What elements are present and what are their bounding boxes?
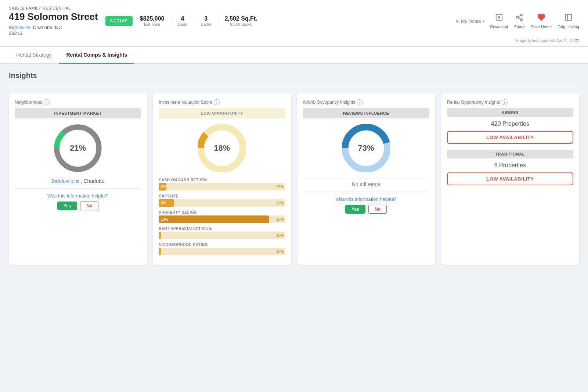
bar-fill: 13% — [159, 215, 268, 223]
last-updated: Property last updated: Apr 11, 2022 — [9, 38, 579, 43]
airbnb-yes-button[interactable]: Yes — [345, 205, 365, 214]
airbnb-percent: 73% — [358, 143, 374, 153]
airbnb-no-button[interactable]: No — [368, 205, 387, 214]
airbnb-sub-label: REVIEWS INFLUENCE — [303, 108, 429, 118]
insights-cards-grid: Neighborhood i INVESTMENT MARKET 21% Bid… — [9, 93, 579, 265]
bar-max-label: 25% — [276, 201, 284, 205]
rental-airbnb-count: 420 Properties — [447, 121, 573, 127]
city-link[interactable]: Biddleville — [9, 25, 30, 30]
download-label: Download — [490, 25, 508, 29]
rental-opportunity-info-icon[interactable]: i — [502, 99, 508, 105]
tab-bar: Rental Strategy Rental Comps & Insights — [0, 47, 588, 64]
rental-traditional-label: TRADITIONAL — [447, 150, 573, 158]
rental-opportunity-header: Rental Opportunity Insights i — [447, 99, 573, 105]
bar-label: NEIGHBORHOOD RATING — [159, 243, 285, 247]
investment-bar-item: PROPERTY DESIGN13%15% — [159, 210, 285, 223]
beds-label: Beds — [178, 22, 187, 26]
list-price-label: List price — [140, 22, 165, 26]
neighborhood-no-button[interactable]: No — [80, 202, 98, 210]
header-actions: ● My Notes ▾ Download — [455, 13, 579, 29]
chevron-down-icon: ▾ — [483, 19, 484, 23]
neighborhood-helpful-section: Was this information helpful? Yes No — [15, 188, 141, 210]
neighborhood-sub-label: INVESTMENT MARKET — [15, 108, 141, 118]
main-content: Insights Neighborhood i INVESTMENT MARKE… — [0, 64, 588, 272]
insights-title: Insights — [9, 71, 579, 80]
bar-max-label: 35% — [276, 185, 284, 189]
investment-percent: 18% — [214, 143, 230, 153]
neighborhood-donut: 21% — [54, 124, 102, 172]
sqft-per-label: $330/ Sq.Ft. — [225, 22, 257, 26]
investment-bar-item: NEIGHBORHOOD RATING10% — [159, 243, 285, 255]
investment-sub-label: LOW OPPORTUNITY — [159, 108, 285, 118]
my-notes-button[interactable]: ● My Notes ▾ — [455, 17, 484, 25]
my-notes-label: My Notes — [461, 18, 481, 24]
bar-fill — [159, 232, 161, 239]
download-button[interactable]: Download — [490, 13, 508, 29]
neighborhood-card: Neighborhood i INVESTMENT MARKET 21% Bid… — [9, 93, 147, 265]
neighborhood-percent: 21% — [70, 143, 86, 153]
bar-fill — [159, 248, 161, 255]
section-divider — [9, 86, 579, 86]
list-price-stat: $825,000 List price — [140, 15, 172, 26]
rental-airbnb-availability[interactable]: LOW AVAILABILITY — [447, 131, 573, 144]
bar-track: 15% — [159, 232, 285, 239]
rental-traditional-section: TRADITIONAL 6 Properties LOW AVAILABILIT… — [447, 150, 573, 185]
baths-stat: 3 Baths — [194, 15, 218, 26]
neighborhood-city-link[interactable]: Biddleville — [51, 178, 75, 184]
bar-label: CASH ON CASH RETURN — [159, 178, 285, 182]
svg-line-8 — [518, 15, 520, 17]
investment-card-header: Investment Valuation Score i — [159, 99, 285, 105]
bar-label: CAP RATE — [159, 194, 285, 198]
airbnb-divider — [303, 178, 429, 178]
neighborhood-donut-container: 21% — [15, 124, 141, 172]
investment-info-icon[interactable]: i — [214, 99, 220, 105]
investment-card: Investment Valuation Score i LOW OPPORTU… — [153, 93, 291, 265]
share-label: Share — [514, 25, 524, 29]
neighborhood-location: Biddleville ⊠ , Charlotte — [15, 178, 141, 184]
rental-traditional-count: 6 Properties — [447, 162, 573, 169]
property-stats: $825,000 List price 4 Beds 3 Baths 2,502… — [140, 15, 264, 26]
baths-value: 3 — [201, 15, 211, 22]
rental-airbnb-section: AIRBNB 420 Properties LOW AVAILABILITY — [447, 108, 573, 144]
share-icon — [515, 13, 523, 23]
beds-value: 4 — [178, 15, 187, 22]
rental-traditional-availability[interactable]: LOW AVAILABILITY — [447, 172, 573, 185]
property-address: 419 Solomon Street — [9, 11, 98, 22]
beds-stat: 4 Beds — [171, 15, 194, 26]
rental-opportunity-title: Rental Opportunity Insights — [447, 100, 500, 105]
orig-listing-button[interactable]: Orig. Listing — [558, 13, 579, 29]
neighborhood-helpful-label: Was this information helpful? — [15, 193, 141, 199]
airbnb-info-icon[interactable]: i — [357, 99, 362, 105]
airbnb-helpful-btns: Yes No — [303, 205, 429, 214]
circle-icon: ● — [455, 17, 459, 25]
save-home-label: Save Home — [531, 25, 552, 29]
bar-max-label: 15% — [276, 234, 284, 238]
neighborhood-info-icon[interactable]: i — [44, 99, 50, 105]
property-type: SINGLE FAMILY RESIDENTIAL — [9, 6, 98, 10]
bar-label: RENT APPRECIATION RATE — [159, 227, 285, 231]
baths-label: Baths — [201, 22, 211, 26]
status-badge: ACTIVE — [105, 16, 133, 26]
investment-bar-item: CASH ON CASH RETURN2%35% — [159, 178, 285, 190]
tab-rental-comps-insights[interactable]: Rental Comps & Insights — [59, 47, 135, 64]
share-button[interactable]: Share — [514, 13, 524, 29]
bar-max-label: 10% — [276, 250, 284, 254]
airbnb-card: Airbnb Occupancy Insights i REVIEWS INFL… — [297, 93, 435, 265]
external-icon[interactable]: ⊠ — [76, 179, 79, 183]
orig-listing-label: Orig. Listing — [558, 25, 579, 29]
neighborhood-yes-button[interactable]: Yes — [57, 202, 77, 210]
neighborhood-helpful-btns: Yes No — [15, 202, 141, 210]
airbnb-title: Airbnb Occupancy Insights — [303, 100, 356, 105]
save-home-button[interactable]: Save Home — [531, 13, 552, 29]
sqft-value: 2,502 Sq.Ft. — [225, 15, 257, 22]
tab-rental-strategy[interactable]: Rental Strategy — [9, 47, 59, 64]
property-location: Biddleville, Charlotte, NC — [9, 24, 98, 31]
bar-track: 10% — [159, 248, 285, 255]
rental-airbnb-label: AIRBNB — [447, 108, 573, 117]
airbnb-donut-container: 73% — [303, 124, 429, 172]
bar-label: PROPERTY DESIGN — [159, 210, 285, 214]
investment-bars: CASH ON CASH RETURN2%35%CAP RATE3%25%PRO… — [159, 178, 285, 255]
airbnb-no-influence: No influence — [303, 181, 429, 187]
download-icon — [495, 13, 503, 23]
investment-bar-item: CAP RATE3%25% — [159, 194, 285, 207]
